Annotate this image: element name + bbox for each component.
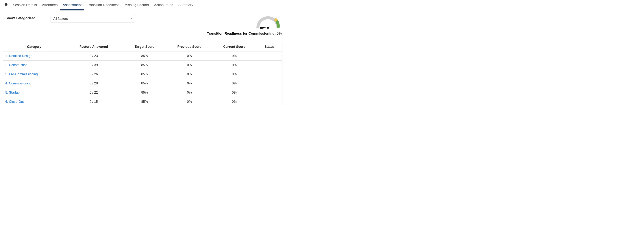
tab-label: Transition Readiness [87,3,120,7]
category-link[interactable]: 6. Close-Out [5,100,24,104]
nav-tabs: Session Details Attendees Assessment Tra… [3,0,282,10]
category-select-value: All factors [53,17,68,21]
table-row: 2. Construction 0 / 39 85% 0% 0% [3,60,282,70]
col-current-score: Current Score [212,42,257,52]
cell-factors-answered: 0 / 28 [66,79,122,88]
cell-current-score: 0% [212,97,257,106]
category-select-wrap: All factors [50,15,135,23]
tab-assessment[interactable]: Assessment [60,0,84,10]
tab-summary[interactable]: Summary [176,0,196,10]
col-category: Category [3,42,66,52]
tab-action-items[interactable]: Action Items [152,0,176,10]
col-previous-score: Previous Score [167,42,212,52]
tab-missing-factors[interactable]: Missing Factors [122,0,152,10]
category-link[interactable]: 3. Pre-Commissioning [5,72,38,76]
svg-point-1 [267,27,269,29]
tab-transition-readiness[interactable]: Transition Readiness [84,0,122,10]
table-row: 1. Detailed Design 0 / 23 85% 0% 0% [3,52,282,60]
table-row: 6. Close-Out 0 / 15 85% 0% 0% [3,97,282,106]
cell-factors-answered: 0 / 26 [66,70,122,79]
tab-home[interactable] [3,0,10,10]
cell-target-score: 85% [122,97,167,106]
cell-previous-score: 0% [167,97,212,106]
category-select[interactable]: All factors [50,15,135,23]
cell-current-score: 0% [212,79,257,88]
category-link[interactable]: 4. Commissioning [5,82,32,85]
cell-status [257,70,282,79]
tab-label: Missing Factors [124,3,149,7]
table-row: 3. Pre-Commissioning 0 / 26 85% 0% 0% [3,70,282,79]
cell-previous-score: 0% [167,52,212,60]
table-row: 4. Commissioning 0 / 28 85% 0% 0% [3,79,282,88]
filter-row: Show Categories: All factors Transition … [3,15,282,36]
cell-target-score: 85% [122,88,167,97]
cell-factors-answered: 0 / 23 [66,52,122,60]
cell-previous-score: 0% [167,88,212,97]
category-link[interactable]: 2. Construction [5,63,28,67]
tab-label: Summary [178,3,193,7]
readiness-label: Transition Readiness for Commissioning: [207,32,276,35]
cell-current-score: 0% [212,88,257,97]
cell-target-score: 85% [122,70,167,79]
tab-attendees[interactable]: Attendees [40,0,60,10]
table-header-row: Category Factors Answered Target Score P… [3,42,282,52]
cell-status [257,52,282,60]
cell-status [257,79,282,88]
assessment-table: Category Factors Answered Target Score P… [3,42,282,106]
cell-status [257,97,282,106]
cell-previous-score: 0% [167,60,212,70]
category-link[interactable]: 1. Detailed Design [5,54,32,58]
col-target-score: Target Score [122,42,167,52]
tab-label: Action Items [154,3,173,7]
cell-target-score: 85% [122,52,167,60]
cell-current-score: 0% [212,70,257,79]
tab-label: Assessment [63,3,82,7]
tab-label: Session Details [13,3,37,7]
readiness-gauge-block: Transition Readiness for Commissioning: … [207,15,282,36]
cell-current-score: 0% [212,60,257,70]
cell-previous-score: 0% [167,79,212,88]
cell-previous-score: 0% [167,70,212,79]
tab-session-details[interactable]: Session Details [10,0,40,10]
cell-factors-answered: 0 / 15 [66,97,122,106]
gauge-icon [254,15,282,30]
tab-label: Attendees [42,3,58,7]
cell-target-score: 85% [122,79,167,88]
col-factors-answered: Factors Answered [66,42,122,52]
readiness-value: 0% [277,32,282,35]
cell-factors-answered: 0 / 22 [66,88,122,97]
cell-status [257,88,282,97]
category-link[interactable]: 5. Startup [5,91,20,94]
cell-current-score: 0% [212,52,257,60]
cell-target-score: 85% [122,60,167,70]
col-status: Status [257,42,282,52]
filter-label: Show Categories: [3,16,50,20]
table-row: 5. Startup 0 / 22 85% 0% 0% [3,88,282,97]
cell-status [257,60,282,70]
readiness-line: Transition Readiness for Commissioning: … [207,32,282,36]
svg-marker-0 [260,27,268,29]
cell-factors-answered: 0 / 39 [66,60,122,70]
home-icon [4,2,8,8]
